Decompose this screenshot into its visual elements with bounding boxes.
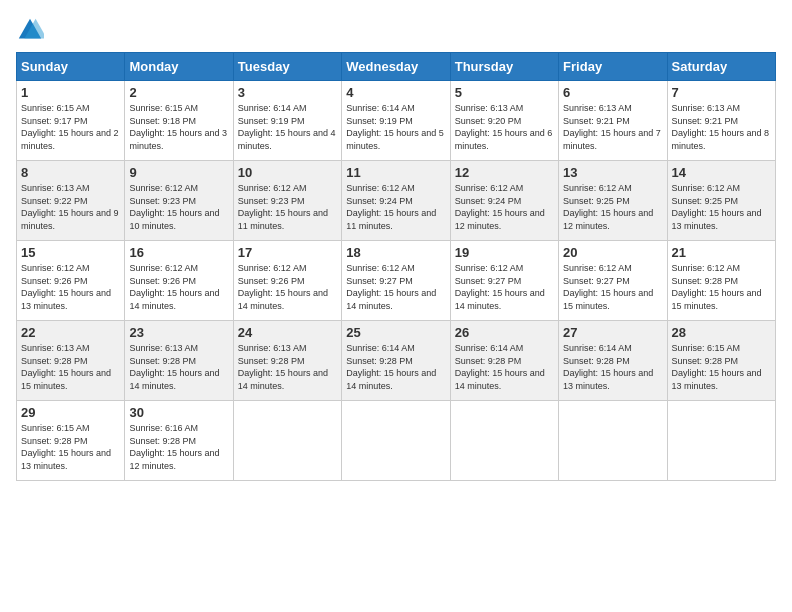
calendar-cell: 10Sunrise: 6:12 AMSunset: 9:23 PMDayligh… <box>233 161 341 241</box>
cell-details: Sunrise: 6:15 AMSunset: 9:28 PMDaylight:… <box>672 342 771 392</box>
day-number: 15 <box>21 245 120 260</box>
calendar-cell: 19Sunrise: 6:12 AMSunset: 9:27 PMDayligh… <box>450 241 558 321</box>
cell-details: Sunrise: 6:12 AMSunset: 9:24 PMDaylight:… <box>455 182 554 232</box>
calendar-cell: 18Sunrise: 6:12 AMSunset: 9:27 PMDayligh… <box>342 241 450 321</box>
calendar-table: SundayMondayTuesdayWednesdayThursdayFrid… <box>16 52 776 481</box>
cell-details: Sunrise: 6:14 AMSunset: 9:28 PMDaylight:… <box>563 342 662 392</box>
calendar-cell: 25Sunrise: 6:14 AMSunset: 9:28 PMDayligh… <box>342 321 450 401</box>
day-number: 11 <box>346 165 445 180</box>
day-number: 21 <box>672 245 771 260</box>
cell-details: Sunrise: 6:12 AMSunset: 9:26 PMDaylight:… <box>238 262 337 312</box>
day-number: 5 <box>455 85 554 100</box>
calendar-week-row: 22Sunrise: 6:13 AMSunset: 9:28 PMDayligh… <box>17 321 776 401</box>
cell-details: Sunrise: 6:15 AMSunset: 9:17 PMDaylight:… <box>21 102 120 152</box>
calendar-week-row: 8Sunrise: 6:13 AMSunset: 9:22 PMDaylight… <box>17 161 776 241</box>
day-number: 29 <box>21 405 120 420</box>
cell-details: Sunrise: 6:12 AMSunset: 9:27 PMDaylight:… <box>563 262 662 312</box>
day-number: 13 <box>563 165 662 180</box>
cell-details: Sunrise: 6:12 AMSunset: 9:26 PMDaylight:… <box>129 262 228 312</box>
cell-details: Sunrise: 6:13 AMSunset: 9:22 PMDaylight:… <box>21 182 120 232</box>
calendar-cell: 7Sunrise: 6:13 AMSunset: 9:21 PMDaylight… <box>667 81 775 161</box>
calendar-cell <box>667 401 775 481</box>
calendar-cell <box>233 401 341 481</box>
day-number: 22 <box>21 325 120 340</box>
cell-details: Sunrise: 6:12 AMSunset: 9:23 PMDaylight:… <box>129 182 228 232</box>
cell-details: Sunrise: 6:15 AMSunset: 9:18 PMDaylight:… <box>129 102 228 152</box>
cell-details: Sunrise: 6:12 AMSunset: 9:24 PMDaylight:… <box>346 182 445 232</box>
day-header-friday: Friday <box>559 53 667 81</box>
logo <box>16 16 48 44</box>
cell-details: Sunrise: 6:13 AMSunset: 9:28 PMDaylight:… <box>238 342 337 392</box>
cell-details: Sunrise: 6:13 AMSunset: 9:21 PMDaylight:… <box>563 102 662 152</box>
day-number: 6 <box>563 85 662 100</box>
day-number: 19 <box>455 245 554 260</box>
cell-details: Sunrise: 6:14 AMSunset: 9:19 PMDaylight:… <box>238 102 337 152</box>
calendar-cell: 30Sunrise: 6:16 AMSunset: 9:28 PMDayligh… <box>125 401 233 481</box>
cell-details: Sunrise: 6:12 AMSunset: 9:27 PMDaylight:… <box>455 262 554 312</box>
calendar-cell: 5Sunrise: 6:13 AMSunset: 9:20 PMDaylight… <box>450 81 558 161</box>
calendar-cell: 3Sunrise: 6:14 AMSunset: 9:19 PMDaylight… <box>233 81 341 161</box>
calendar-cell: 6Sunrise: 6:13 AMSunset: 9:21 PMDaylight… <box>559 81 667 161</box>
cell-details: Sunrise: 6:16 AMSunset: 9:28 PMDaylight:… <box>129 422 228 472</box>
calendar-cell: 12Sunrise: 6:12 AMSunset: 9:24 PMDayligh… <box>450 161 558 241</box>
calendar-header-row: SundayMondayTuesdayWednesdayThursdayFrid… <box>17 53 776 81</box>
calendar-cell: 15Sunrise: 6:12 AMSunset: 9:26 PMDayligh… <box>17 241 125 321</box>
calendar-cell: 20Sunrise: 6:12 AMSunset: 9:27 PMDayligh… <box>559 241 667 321</box>
calendar-cell: 21Sunrise: 6:12 AMSunset: 9:28 PMDayligh… <box>667 241 775 321</box>
day-number: 30 <box>129 405 228 420</box>
day-header-saturday: Saturday <box>667 53 775 81</box>
calendar-cell: 9Sunrise: 6:12 AMSunset: 9:23 PMDaylight… <box>125 161 233 241</box>
cell-details: Sunrise: 6:13 AMSunset: 9:20 PMDaylight:… <box>455 102 554 152</box>
day-header-tuesday: Tuesday <box>233 53 341 81</box>
cell-details: Sunrise: 6:12 AMSunset: 9:25 PMDaylight:… <box>563 182 662 232</box>
day-number: 10 <box>238 165 337 180</box>
cell-details: Sunrise: 6:12 AMSunset: 9:23 PMDaylight:… <box>238 182 337 232</box>
day-number: 4 <box>346 85 445 100</box>
calendar-cell: 14Sunrise: 6:12 AMSunset: 9:25 PMDayligh… <box>667 161 775 241</box>
calendar-cell <box>450 401 558 481</box>
calendar-week-row: 1Sunrise: 6:15 AMSunset: 9:17 PMDaylight… <box>17 81 776 161</box>
day-number: 2 <box>129 85 228 100</box>
calendar-cell: 13Sunrise: 6:12 AMSunset: 9:25 PMDayligh… <box>559 161 667 241</box>
day-number: 8 <box>21 165 120 180</box>
day-number: 27 <box>563 325 662 340</box>
calendar-cell: 11Sunrise: 6:12 AMSunset: 9:24 PMDayligh… <box>342 161 450 241</box>
day-header-thursday: Thursday <box>450 53 558 81</box>
day-number: 18 <box>346 245 445 260</box>
calendar-cell: 8Sunrise: 6:13 AMSunset: 9:22 PMDaylight… <box>17 161 125 241</box>
day-number: 23 <box>129 325 228 340</box>
day-number: 1 <box>21 85 120 100</box>
day-number: 26 <box>455 325 554 340</box>
calendar-cell: 17Sunrise: 6:12 AMSunset: 9:26 PMDayligh… <box>233 241 341 321</box>
calendar-cell: 26Sunrise: 6:14 AMSunset: 9:28 PMDayligh… <box>450 321 558 401</box>
cell-details: Sunrise: 6:14 AMSunset: 9:19 PMDaylight:… <box>346 102 445 152</box>
calendar-cell: 23Sunrise: 6:13 AMSunset: 9:28 PMDayligh… <box>125 321 233 401</box>
cell-details: Sunrise: 6:15 AMSunset: 9:28 PMDaylight:… <box>21 422 120 472</box>
header <box>16 16 776 44</box>
calendar-cell: 29Sunrise: 6:15 AMSunset: 9:28 PMDayligh… <box>17 401 125 481</box>
cell-details: Sunrise: 6:12 AMSunset: 9:25 PMDaylight:… <box>672 182 771 232</box>
calendar-cell: 4Sunrise: 6:14 AMSunset: 9:19 PMDaylight… <box>342 81 450 161</box>
calendar-cell: 24Sunrise: 6:13 AMSunset: 9:28 PMDayligh… <box>233 321 341 401</box>
day-number: 20 <box>563 245 662 260</box>
calendar-cell: 22Sunrise: 6:13 AMSunset: 9:28 PMDayligh… <box>17 321 125 401</box>
calendar-cell: 2Sunrise: 6:15 AMSunset: 9:18 PMDaylight… <box>125 81 233 161</box>
day-number: 25 <box>346 325 445 340</box>
cell-details: Sunrise: 6:12 AMSunset: 9:26 PMDaylight:… <box>21 262 120 312</box>
cell-details: Sunrise: 6:14 AMSunset: 9:28 PMDaylight:… <box>346 342 445 392</box>
calendar-cell: 1Sunrise: 6:15 AMSunset: 9:17 PMDaylight… <box>17 81 125 161</box>
calendar-cell: 16Sunrise: 6:12 AMSunset: 9:26 PMDayligh… <box>125 241 233 321</box>
calendar-week-row: 29Sunrise: 6:15 AMSunset: 9:28 PMDayligh… <box>17 401 776 481</box>
cell-details: Sunrise: 6:12 AMSunset: 9:28 PMDaylight:… <box>672 262 771 312</box>
calendar-week-row: 15Sunrise: 6:12 AMSunset: 9:26 PMDayligh… <box>17 241 776 321</box>
cell-details: Sunrise: 6:13 AMSunset: 9:28 PMDaylight:… <box>21 342 120 392</box>
calendar-cell: 28Sunrise: 6:15 AMSunset: 9:28 PMDayligh… <box>667 321 775 401</box>
day-number: 16 <box>129 245 228 260</box>
day-number: 17 <box>238 245 337 260</box>
calendar-cell <box>342 401 450 481</box>
day-header-monday: Monday <box>125 53 233 81</box>
day-header-wednesday: Wednesday <box>342 53 450 81</box>
calendar-cell: 27Sunrise: 6:14 AMSunset: 9:28 PMDayligh… <box>559 321 667 401</box>
day-number: 7 <box>672 85 771 100</box>
cell-details: Sunrise: 6:13 AMSunset: 9:21 PMDaylight:… <box>672 102 771 152</box>
